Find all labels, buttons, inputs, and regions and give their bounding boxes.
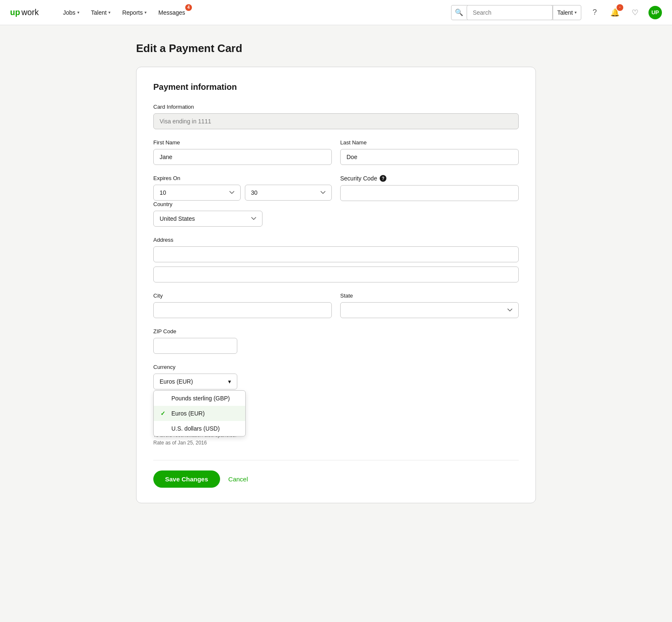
cancel-button[interactable]: Cancel	[228, 470, 248, 488]
first-name-label: First Name	[153, 139, 332, 146]
check-mark-eur: ✓	[160, 410, 167, 417]
security-code-label: Security Code	[340, 175, 377, 182]
address-group: Address	[153, 237, 519, 282]
wishlist-button[interactable]: ♡	[628, 6, 642, 19]
currency-option-gbp[interactable]: Pounds sterling (GBP)	[154, 391, 245, 406]
brand-logo[interactable]: up work	[10, 7, 48, 18]
messages-badge-count: 4	[185, 4, 192, 11]
expires-label: Expires On	[153, 175, 332, 181]
zip-input[interactable]	[153, 338, 237, 354]
expires-security-row: Expires On 010203 040506 070809 101112 2…	[153, 175, 519, 201]
currency-dropdown: Pounds sterling (GBP) ✓ Euros (EUR) U.S.…	[153, 390, 246, 436]
search-input[interactable]	[467, 5, 553, 20]
chevron-down-icon: ▾	[228, 378, 231, 385]
nav-right: 🔍 Talent ▾ ? 🔔 · ♡ UP	[451, 5, 662, 20]
expires-selects: 010203 040506 070809 101112 252627 28293…	[153, 185, 332, 201]
heart-icon: ♡	[632, 8, 638, 17]
card-info-group: Card Information	[153, 104, 519, 129]
currency-select-display[interactable]: Euros (EUR) ▾	[153, 374, 237, 389]
expires-month-select[interactable]: 010203 040506 070809 101112	[153, 185, 241, 201]
currency-label: Currency	[153, 364, 519, 370]
nav-item-talent[interactable]: Talent ▾	[86, 6, 116, 19]
svg-text:work: work	[21, 8, 39, 17]
country-label: Country	[153, 201, 519, 207]
nav-links: Jobs ▾ Talent ▾ Reports ▾ Messages 4	[58, 6, 441, 19]
chevron-down-icon: ▾	[108, 10, 110, 15]
payment-card: Payment information Card Information Fir…	[136, 67, 536, 503]
card-info-label: Card Information	[153, 104, 519, 110]
currency-select-wrap: Euros (EUR) ▾ Pounds sterling (GBP) ✓ Eu…	[153, 374, 237, 389]
user-avatar[interactable]: UP	[648, 6, 662, 19]
zip-label: ZIP Code	[153, 328, 519, 335]
city-state-row: City State California New York Texas	[153, 293, 519, 328]
security-code-input[interactable]	[340, 185, 519, 201]
help-button[interactable]: ?	[588, 6, 601, 19]
address-label: Address	[153, 237, 519, 243]
svg-text:up: up	[10, 8, 20, 17]
first-name-input[interactable]	[153, 149, 332, 165]
state-select[interactable]: California New York Texas	[340, 302, 519, 318]
card-info-input	[153, 113, 519, 129]
last-name-label: Last Name	[340, 139, 519, 146]
navbar: up work Jobs ▾ Talent ▾ Reports ▾ Messag…	[0, 0, 672, 25]
chevron-down-icon: ▾	[77, 10, 79, 15]
chevron-down-icon: ▾	[575, 10, 577, 15]
save-button[interactable]: Save Changes	[153, 470, 220, 488]
chevron-down-icon: ▾	[144, 10, 147, 15]
state-group: State California New York Texas	[340, 293, 519, 318]
country-select[interactable]: United States United Kingdom Canada Aust…	[153, 211, 262, 227]
page-title: Edit a Payment Card	[136, 42, 536, 55]
city-label: City	[153, 293, 332, 299]
security-code-label-row: Security Code ?	[340, 175, 519, 182]
page: Edit a Payment Card Payment information …	[126, 25, 546, 520]
nav-item-reports[interactable]: Reports ▾	[117, 6, 152, 19]
city-group: City	[153, 293, 332, 318]
form-actions: Save Changes Cancel	[153, 460, 519, 488]
expires-year-select[interactable]: 252627 282930 313233	[245, 185, 332, 201]
search-icon: 🔍	[452, 8, 467, 16]
last-name-group: Last Name	[340, 139, 519, 165]
notifications-button[interactable]: 🔔 ·	[608, 6, 622, 19]
notification-badge: ·	[617, 4, 623, 11]
first-name-group: First Name	[153, 139, 332, 165]
search-bar: 🔍 Talent ▾	[451, 5, 581, 20]
address-line1-input[interactable]	[153, 246, 519, 262]
country-select-wrap: United States United Kingdom Canada Aust…	[153, 211, 519, 227]
state-label: State	[340, 293, 519, 299]
city-input[interactable]	[153, 302, 332, 318]
security-code-group: Security Code ?	[340, 175, 519, 201]
card-section-title: Payment information	[153, 82, 519, 92]
help-icon[interactable]: ?	[380, 175, 386, 182]
country-group: Country United States United Kingdom Can…	[153, 201, 519, 227]
expires-group: Expires On 010203 040506 070809 101112 2…	[153, 175, 332, 201]
nav-item-jobs[interactable]: Jobs ▾	[58, 6, 84, 19]
currency-group: Currency Euros (EUR) ▾ Pounds sterling (…	[153, 364, 519, 447]
last-name-input[interactable]	[340, 149, 519, 165]
currency-option-eur[interactable]: ✓ Euros (EUR)	[154, 406, 245, 421]
nav-item-messages[interactable]: Messages 4	[153, 6, 190, 19]
search-filter-dropdown[interactable]: Talent ▾	[553, 9, 581, 16]
address-inputs	[153, 246, 519, 282]
zip-group: ZIP Code	[153, 328, 519, 354]
currency-selected-label: Euros (EUR)	[160, 378, 193, 385]
name-row: First Name Last Name	[153, 139, 519, 175]
currency-option-usd[interactable]: U.S. dollars (USD)	[154, 421, 245, 436]
address-line2-input[interactable]	[153, 267, 519, 282]
